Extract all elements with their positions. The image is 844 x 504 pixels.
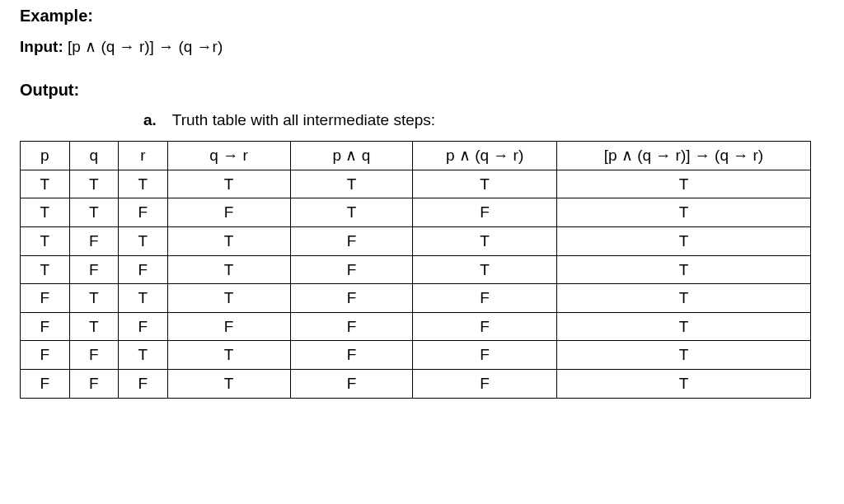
- col-header: p ∧ (q → r): [413, 142, 557, 170]
- table-row: TTTTTTT: [21, 170, 811, 198]
- table-cell: F: [167, 312, 290, 341]
- col-header: q → r: [167, 142, 290, 170]
- table-cell: F: [119, 370, 168, 399]
- table-cell: T: [167, 370, 290, 399]
- col-header: q: [69, 142, 119, 170]
- col-header: p ∧ q: [290, 142, 413, 170]
- table-cell: T: [21, 198, 70, 227]
- input-expression: [p ∧ (q → r)] → (q →r): [68, 38, 223, 55]
- table-cell: F: [290, 341, 413, 370]
- table-cell: T: [556, 284, 810, 313]
- table-cell: T: [21, 170, 70, 198]
- output-heading: Output:: [20, 81, 824, 100]
- table-cell: F: [69, 341, 119, 370]
- table-cell: T: [119, 341, 168, 370]
- table-cell: T: [167, 341, 290, 370]
- table-cell: F: [119, 312, 168, 341]
- table-cell: T: [556, 255, 810, 284]
- table-row: FFFTFFT: [21, 370, 811, 399]
- table-row: TTFFTFT: [21, 198, 811, 227]
- table-cell: T: [556, 370, 810, 399]
- table-cell: T: [119, 226, 168, 255]
- table-cell: T: [413, 170, 557, 198]
- table-cell: T: [69, 170, 119, 198]
- table-row: TFTTFTT: [21, 226, 811, 255]
- col-header: r: [119, 142, 168, 170]
- table-cell: F: [413, 341, 557, 370]
- table-cell: T: [413, 226, 557, 255]
- table-cell: F: [69, 370, 119, 399]
- caption-marker: a.: [143, 111, 157, 128]
- input-line: Input: [p ∧ (q → r)] → (q →r): [20, 37, 824, 56]
- table-cell: F: [290, 226, 413, 255]
- table-header-row: p q r q → r p ∧ q p ∧ (q → r) [p ∧ (q → …: [21, 142, 811, 170]
- table-cell: T: [69, 198, 119, 227]
- table-cell: T: [290, 198, 413, 227]
- table-cell: F: [21, 312, 70, 341]
- table-cell: T: [167, 170, 290, 198]
- table-cell: F: [413, 198, 557, 227]
- table-cell: F: [413, 284, 557, 313]
- table-cell: T: [167, 284, 290, 313]
- table-cell: T: [556, 312, 810, 341]
- input-label: Input:: [20, 38, 63, 55]
- table-cell: F: [21, 284, 70, 313]
- table-row: TFFTFTT: [21, 255, 811, 284]
- table-cell: T: [556, 198, 810, 227]
- table-cell: T: [556, 170, 810, 198]
- table-cell: F: [119, 198, 168, 227]
- table-cell: T: [69, 312, 119, 341]
- table-cell: T: [556, 341, 810, 370]
- table-cell: F: [290, 312, 413, 341]
- table-cell: T: [167, 226, 290, 255]
- table-cell: T: [413, 255, 557, 284]
- table-cell: T: [119, 170, 168, 198]
- table-cell: F: [413, 370, 557, 399]
- table-cell: T: [21, 226, 70, 255]
- table-cell: T: [69, 284, 119, 313]
- table-cell: F: [69, 255, 119, 284]
- table-cell: T: [290, 170, 413, 198]
- table-row: FTTTFFT: [21, 284, 811, 313]
- table-cell: F: [119, 255, 168, 284]
- table-cell: F: [290, 370, 413, 399]
- table-cell: F: [21, 370, 70, 399]
- truth-table: p q r q → r p ∧ q p ∧ (q → r) [p ∧ (q → …: [20, 141, 811, 399]
- table-cell: T: [167, 255, 290, 284]
- example-heading: Example:: [20, 7, 824, 26]
- table-row: FTFFFFT: [21, 312, 811, 341]
- table-cell: T: [21, 255, 70, 284]
- caption-text: Truth table with all intermediate steps:: [172, 111, 435, 128]
- table-cell: T: [556, 226, 810, 255]
- table-cell: F: [290, 255, 413, 284]
- table-cell: F: [69, 226, 119, 255]
- table-cell: T: [119, 284, 168, 313]
- table-caption: a. Truth table with all intermediate ste…: [20, 111, 824, 129]
- col-header: p: [21, 142, 70, 170]
- table-cell: F: [21, 341, 70, 370]
- table-cell: F: [167, 198, 290, 227]
- table-row: FFTTFFT: [21, 341, 811, 370]
- table-cell: F: [290, 284, 413, 313]
- col-header: [p ∧ (q → r)] → (q → r): [556, 142, 810, 170]
- table-cell: F: [413, 312, 557, 341]
